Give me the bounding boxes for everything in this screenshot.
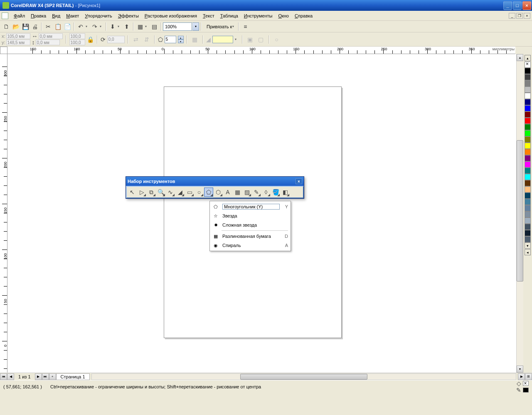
menu-окно[interactable]: Окно [275, 12, 292, 20]
color-swatch[interactable] [525, 211, 531, 217]
app-launcher-button[interactable]: ▦ [135, 22, 145, 31]
lock-ratio-icon[interactable]: 🔒 [87, 37, 94, 42]
toolbox-close-button[interactable]: × [296, 178, 302, 184]
color-swatch[interactable] [525, 224, 531, 230]
mirror-h-button[interactable]: ⇄ [131, 35, 140, 44]
import-button[interactable]: ⬇ [108, 22, 117, 31]
scale-y-input[interactable] [69, 40, 85, 45]
color-swatch[interactable] [525, 86, 531, 93]
color-swatch[interactable] [525, 130, 531, 136]
print-button[interactable]: 🖨 [30, 22, 39, 31]
menu-эффекты[interactable]: Эффекты [115, 12, 142, 20]
menu-инструменты[interactable]: Инструменты [241, 12, 276, 20]
y-input[interactable] [6, 40, 30, 45]
polygon-tool[interactable]: ⬠ [204, 188, 213, 197]
color-swatch[interactable] [525, 99, 531, 105]
color-swatch[interactable] [525, 186, 531, 193]
menu-правка[interactable]: Правка [28, 12, 49, 20]
x-input[interactable] [6, 33, 30, 39]
color-swatch[interactable] [525, 136, 531, 143]
interactive-tool[interactable]: ▨ [242, 188, 251, 197]
menu-справка[interactable]: Справка [292, 12, 315, 20]
maximize-button[interactable]: □ [513, 1, 522, 10]
mirror-v-button[interactable]: ⇵ [142, 35, 151, 44]
pick-tool[interactable]: ↖ [128, 188, 137, 197]
flyout-item[interactable]: ◉СпиральA [210, 241, 291, 250]
height-input[interactable] [36, 40, 60, 45]
redo-button[interactable]: ↷ [90, 22, 99, 31]
color-swatch[interactable] [525, 217, 531, 224]
rotation-input[interactable] [107, 36, 125, 43]
minimize-button[interactable]: _ [503, 1, 512, 10]
wrap-button[interactable]: ▦ [190, 35, 200, 44]
outline-width-dropdown[interactable]: ▾ [235, 37, 239, 41]
fill-swatch[interactable] [523, 381, 529, 386]
vertical-ruler[interactable]: миллиметры 300250200150100500 [0, 54, 7, 373]
scroll-track[interactable] [517, 61, 523, 366]
welcome-button[interactable]: ▤ [150, 22, 159, 31]
scroll-down-button[interactable]: ▾ [517, 366, 523, 373]
export-button[interactable]: ⬆ [122, 22, 131, 31]
color-swatch[interactable] [525, 205, 531, 211]
color-swatch[interactable] [525, 199, 531, 205]
outline-width-combo[interactable] [212, 36, 233, 43]
flyout-item[interactable]: ✸Сложная звезда [210, 220, 291, 230]
to-back-button[interactable]: ▢ [256, 35, 266, 44]
smart-fill-tool[interactable]: ◢ [175, 188, 185, 197]
zoom-input[interactable] [165, 24, 186, 29]
options-button[interactable]: ≡ [241, 22, 250, 31]
import-dropdown[interactable]: ▾ [118, 25, 122, 28]
toolbox-window[interactable]: Набор инструментов × ↖ ▷ ⧉ 🔍 ∿ ◢ ▭ ○ ⬠ ⬡… [126, 176, 304, 199]
menu-текст[interactable]: Текст [200, 12, 217, 20]
convert-curves-button[interactable]: ○ [272, 35, 281, 44]
menu-таблица[interactable]: Таблица [217, 12, 241, 20]
last-page-button[interactable]: ⏭ [42, 373, 49, 380]
palette-down-button[interactable]: ▾ [525, 242, 531, 249]
snap-dropdown[interactable]: ▾ [232, 25, 236, 28]
scroll-up-button[interactable]: ▴ [517, 54, 523, 61]
doc-restore-button[interactable]: ❐ [516, 13, 523, 19]
new-button[interactable]: 🗋 [2, 22, 11, 31]
palette-up-button[interactable]: ▴ [525, 55, 531, 61]
color-swatch[interactable] [525, 111, 531, 118]
app-launcher-dropdown[interactable]: ▾ [145, 25, 149, 28]
scroll-thumb[interactable] [517, 140, 523, 282]
color-swatch[interactable] [525, 68, 531, 74]
redo-dropdown[interactable]: ▾ [100, 25, 104, 28]
zoom-combo[interactable] [163, 22, 192, 31]
crop-tool[interactable]: ⧉ [147, 188, 156, 197]
color-swatch[interactable] [525, 180, 531, 186]
ruler-origin[interactable] [0, 47, 7, 54]
shape-tool[interactable]: ▷ [137, 188, 146, 197]
flyout-item[interactable]: ⬠Многоугольник (Y)Y [210, 202, 291, 211]
color-swatch[interactable] [525, 93, 531, 99]
scale-x-input[interactable] [69, 33, 85, 39]
sides-spinner[interactable]: ▴▾ [178, 36, 184, 43]
basic-shapes-tool[interactable]: ⬡ [214, 188, 223, 197]
vertical-scrollbar[interactable]: ▴ ▾ [516, 54, 523, 373]
outline-tool[interactable]: ◊ [261, 188, 271, 197]
first-page-button[interactable]: ⏮ [0, 373, 7, 380]
menu-упорядочить[interactable]: Упорядочить [82, 12, 115, 20]
color-swatch[interactable] [525, 80, 531, 86]
copy-button[interactable]: 📋 [53, 22, 62, 31]
cut-button[interactable]: ✂ [44, 22, 53, 31]
color-swatch[interactable] [525, 193, 531, 199]
open-button[interactable]: 📂 [11, 22, 20, 31]
flyout-item[interactable]: ▦Разлинованная бумагаD [210, 232, 291, 241]
color-swatch[interactable] [525, 236, 531, 242]
hscroll-thumb[interactable] [240, 374, 367, 380]
page-tab[interactable]: Страница 1 [56, 373, 90, 380]
zoom-tool[interactable]: 🔍 [156, 188, 165, 197]
color-swatch[interactable] [525, 124, 531, 130]
menu-растровые изображения[interactable]: Растровые изображения [142, 12, 200, 20]
undo-dropdown[interactable]: ▾ [86, 25, 90, 28]
menu-макет[interactable]: Макет [63, 12, 82, 20]
prev-page-button[interactable]: ◀ [7, 373, 14, 380]
doc-minimize-button[interactable]: _ [509, 13, 515, 19]
zoom-dropdown[interactable]: ▾ [192, 22, 199, 31]
doc-close-button[interactable]: × [524, 13, 530, 19]
color-swatch[interactable] [525, 168, 531, 174]
undo-button[interactable]: ↶ [76, 22, 85, 31]
color-swatch[interactable] [525, 230, 531, 236]
